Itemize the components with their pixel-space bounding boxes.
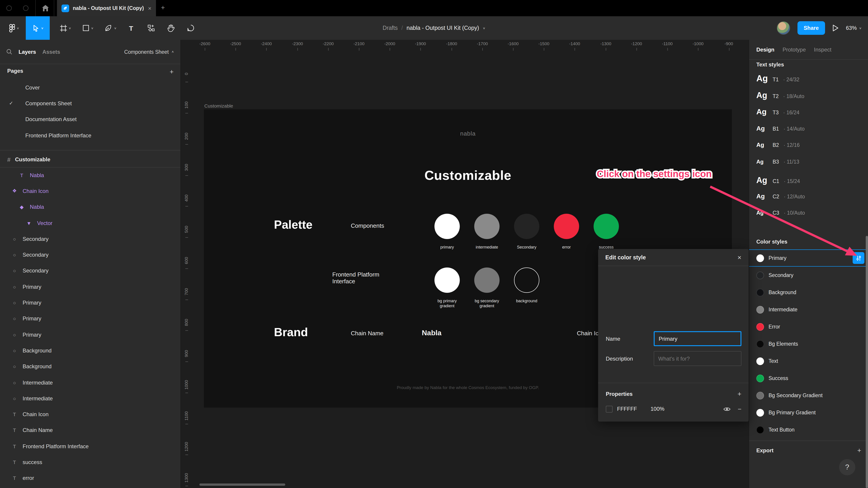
property-hex-value[interactable]: FFFFFF xyxy=(617,406,646,412)
add-page-icon[interactable]: + xyxy=(169,68,174,75)
text-style-row[interactable]: Ag B3 11/13 xyxy=(749,159,868,175)
page-row[interactable]: Frontend Platform Interface xyxy=(0,127,180,143)
property-color-swatch[interactable] xyxy=(606,405,613,412)
page-row[interactable]: Cover xyxy=(0,79,180,96)
ruler-tick-label: -1700 xyxy=(477,41,488,46)
layer-row[interactable]: ○ Intermediate xyxy=(0,390,180,406)
layer-row[interactable]: ◆ Nabla xyxy=(0,199,180,215)
frame-canvas-label[interactable]: Customizable xyxy=(204,103,233,108)
add-property-icon[interactable]: + xyxy=(737,390,741,398)
layer-row[interactable]: ○ Primary xyxy=(0,295,180,311)
color-swatch[interactable] xyxy=(474,214,500,239)
color-style-row[interactable]: Bg Elements xyxy=(749,335,868,352)
panel-tab[interactable]: Inspect xyxy=(814,46,831,53)
layer-row[interactable]: T Nabla xyxy=(0,167,180,183)
layer-row[interactable]: ○ Background xyxy=(0,359,180,375)
nav-forward-icon[interactable] xyxy=(23,5,29,11)
visibility-eye-icon[interactable] xyxy=(723,406,731,412)
color-style-row[interactable]: Secondary xyxy=(749,267,868,284)
color-swatch[interactable] xyxy=(514,267,539,293)
layer-row[interactable]: ❖ Chain Icon xyxy=(0,183,180,199)
present-play-icon[interactable] xyxy=(832,24,839,32)
comment-tool-button[interactable] xyxy=(183,16,199,40)
pen-tool-button[interactable]: ∨ xyxy=(100,16,121,40)
horizontal-scrollbar[interactable] xyxy=(199,484,285,486)
tab-layers[interactable]: Layers xyxy=(19,48,36,55)
panel-tab[interactable]: Prototype xyxy=(782,46,806,53)
page-selector[interactable]: Components Sheet ∧ xyxy=(124,49,174,55)
text-style-row[interactable]: Ag C1 15/24 xyxy=(749,175,868,193)
layer-row[interactable]: ○ Primary xyxy=(0,279,180,295)
help-button[interactable]: ? xyxy=(839,459,855,475)
layer-row[interactable]: T Frontend Platform Interface xyxy=(0,438,180,454)
layer-row[interactable]: ○ Primary xyxy=(0,311,180,327)
chevron-down-icon[interactable]: ∨ xyxy=(483,26,485,30)
color-style-row[interactable]: Intermediate xyxy=(749,301,868,318)
layer-row[interactable]: ○ Secondary xyxy=(0,247,180,263)
page-row[interactable]: Documentation Asset xyxy=(0,111,180,127)
color-style-row[interactable]: Success xyxy=(749,369,868,387)
text-style-row[interactable]: Ag T2 18/Auto xyxy=(749,91,868,107)
move-tool-button[interactable]: ∨ xyxy=(26,16,50,40)
search-icon[interactable] xyxy=(6,49,12,55)
text-style-row[interactable]: Ag B1 14/Auto xyxy=(749,125,868,142)
hand-tool-button[interactable] xyxy=(163,16,179,40)
tab-close-icon[interactable]: × xyxy=(148,5,151,11)
shape-tool-button[interactable]: ∨ xyxy=(78,16,98,40)
tab-assets[interactable]: Assets xyxy=(42,48,60,55)
panel-tab[interactable]: Design xyxy=(756,46,774,53)
layer-row[interactable]: ▼ Vector xyxy=(0,215,180,231)
text-style-row[interactable]: Ag C3 10/Auto xyxy=(749,210,868,227)
close-icon[interactable]: × xyxy=(737,254,741,261)
page-row[interactable]: ✓ Components Sheet xyxy=(0,96,180,111)
layer-row[interactable]: ○ Intermediate xyxy=(0,375,180,391)
layer-row[interactable]: T Chain Icon xyxy=(0,406,180,422)
text-style-row[interactable]: Ag B2 12/16 xyxy=(749,142,868,159)
user-avatar[interactable] xyxy=(777,21,790,35)
layer-row[interactable]: ○ Secondary xyxy=(0,263,180,279)
text-tool-button[interactable]: T xyxy=(124,16,138,40)
add-export-icon[interactable]: + xyxy=(857,447,861,454)
color-style-row[interactable]: Background xyxy=(749,284,868,301)
style-settings-button[interactable] xyxy=(852,252,864,264)
text-style-row[interactable]: Ag T1 24/32 xyxy=(749,74,868,91)
color-style-row[interactable]: Primary xyxy=(749,250,868,267)
color-style-row[interactable]: Bg Primary Gradient xyxy=(749,404,868,421)
layer-row[interactable]: ○ Secondary xyxy=(0,231,180,247)
components-tool-button[interactable] xyxy=(143,16,159,40)
remove-property-icon[interactable]: − xyxy=(738,405,741,413)
main-menu-button[interactable]: ∨ xyxy=(4,16,24,40)
color-swatch[interactable] xyxy=(474,267,500,293)
frame-tool-button[interactable]: ∨ xyxy=(55,16,76,40)
color-style-row[interactable]: Text Button xyxy=(749,421,868,438)
new-tab-icon[interactable]: + xyxy=(161,4,165,11)
text-style-row[interactable]: Ag T3 16/24 xyxy=(749,107,868,125)
color-swatch[interactable] xyxy=(594,214,619,239)
breadcrumb-filename[interactable]: nabla - Outpost UI Kit (Copy) xyxy=(406,25,479,31)
color-style-row[interactable]: Text xyxy=(749,352,868,369)
panel-scrollbar[interactable] xyxy=(866,236,868,488)
color-swatch[interactable] xyxy=(554,214,579,239)
color-style-row[interactable]: Bg Secondary Gradient xyxy=(749,387,868,404)
share-button[interactable]: Share xyxy=(798,21,825,35)
ruler-tick-label: -2000 xyxy=(384,41,395,46)
color-swatch[interactable] xyxy=(514,214,539,239)
home-icon[interactable] xyxy=(40,3,51,13)
breadcrumb-drafts[interactable]: Drafts xyxy=(383,25,398,31)
layer-row[interactable]: ○ Primary xyxy=(0,327,180,343)
file-tab[interactable]: nabla - Outpost UI Kit (Copy) × xyxy=(57,0,156,16)
color-swatch[interactable] xyxy=(434,267,460,293)
layer-row[interactable]: T success xyxy=(0,454,180,470)
layer-row[interactable]: T error xyxy=(0,470,180,486)
description-input[interactable] xyxy=(654,351,741,366)
color-style-row[interactable]: Error xyxy=(749,318,868,335)
text-style-row[interactable]: Ag C2 12/Auto xyxy=(749,193,868,209)
property-opacity-value[interactable]: 100% xyxy=(651,406,664,412)
layer-row[interactable]: T Chain Name xyxy=(0,422,180,438)
name-input[interactable] xyxy=(654,331,741,346)
color-swatch[interactable] xyxy=(434,214,460,239)
zoom-menu[interactable]: 63% ∨ xyxy=(846,25,862,31)
selected-frame-name[interactable]: Customizable xyxy=(15,156,50,163)
nav-back-icon[interactable] xyxy=(6,5,12,11)
layer-row[interactable]: ○ Background xyxy=(0,343,180,359)
